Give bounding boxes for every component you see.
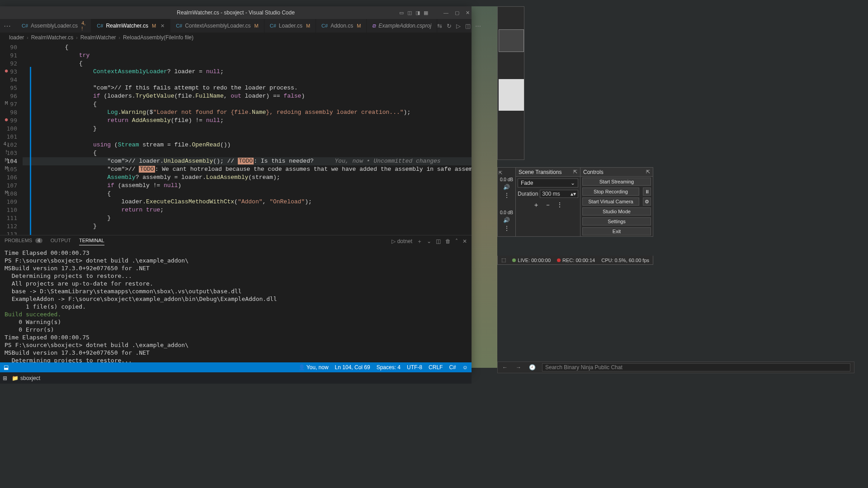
nav-forward-icon[interactable]: → <box>515 364 522 371</box>
more-icon[interactable]: ⋯ <box>475 23 481 29</box>
feedback-icon[interactable]: ☺ <box>462 364 468 371</box>
language-status[interactable]: C# <box>449 364 456 371</box>
breadcrumb-item[interactable]: ReloadAssembly(FileInfo file) <box>123 34 193 41</box>
toggle-secondary-icon[interactable]: ◨ <box>415 10 420 16</box>
tab-realmwatcher[interactable]: C# RealmWatcher.cs M ✕ <box>91 19 170 33</box>
code-editor[interactable]: { try { ContextAssemblyLoader? loader = … <box>23 42 472 235</box>
breadcrumb-item[interactable]: RealmWatcher.cs <box>31 34 74 41</box>
tab-label: ExampleAddon.csproj <box>378 23 431 29</box>
duration-label: Duration <box>518 191 538 197</box>
tab-badge: M <box>357 23 361 28</box>
terminal-shell-label[interactable]: ▷ dotnet <box>392 238 412 244</box>
panel-tab-problems[interactable]: PROBLEMS 4 <box>5 238 42 245</box>
tab-exampleaddon[interactable]: ⧉ ExampleAddon.csproj <box>367 19 437 33</box>
panel-tab-terminal[interactable]: TERMINAL <box>79 238 104 245</box>
chevron-down-icon: ⌄ <box>571 180 575 186</box>
maximize-icon[interactable]: ▢ <box>455 10 459 16</box>
search-placeholder: Search Binary Ninja Public Chat <box>545 364 623 371</box>
breadcrumb-item[interactable]: RealmWatcher <box>80 34 116 41</box>
spinner-icon[interactable]: ▴▾ <box>571 191 576 197</box>
remote-icon[interactable]: ⬓ <box>4 364 9 371</box>
statusbar[interactable]: ⬓ 👤 You, now Ln 104, Col 69 Spaces: 4 UT… <box>0 362 472 372</box>
dock-pop-icon[interactable]: ⇱ <box>646 169 650 175</box>
virtual-camera-settings-button[interactable]: ⚙ <box>643 197 651 206</box>
tab-addon[interactable]: C# Addon.cs M <box>316 19 367 33</box>
taskbar-item-sboxject[interactable]: 📁 sboxject <box>12 375 40 381</box>
diff-gutter <box>30 42 31 235</box>
run-icon[interactable]: ▷ <box>456 23 461 29</box>
glyph-margin: ●M●4, !MMM <box>1 42 12 235</box>
studio-mode-button[interactable]: Studio Mode <box>582 207 651 216</box>
mixer-menu-icon[interactable]: ⋮ <box>504 192 509 198</box>
mixer-db-1: 0.0 dB <box>500 177 513 182</box>
breadcrumb-item[interactable]: loader <box>9 34 24 41</box>
exit-button[interactable]: Exit <box>582 227 651 235</box>
tabbar-overflow-icon[interactable]: ⋯ <box>4 19 11 33</box>
settings-button[interactable]: Settings <box>582 217 651 225</box>
chat-search-input[interactable]: Search Binary Ninja Public Chat <box>542 363 850 371</box>
customize-layout-icon[interactable]: ▦ <box>424 10 428 16</box>
transition-properties-icon[interactable]: ⋮ <box>557 201 563 209</box>
add-transition-icon[interactable]: ＋ <box>533 201 539 209</box>
toggle-sidebar-icon[interactable]: ◫ <box>407 10 412 16</box>
dock-pop-icon[interactable]: ⇱ <box>499 170 502 175</box>
close-icon[interactable]: ✕ <box>466 10 470 16</box>
nav-back-icon[interactable]: ← <box>501 364 509 371</box>
tab-assemblyloader[interactable]: C# AssemblyLoader.cs 4, ! <box>16 19 91 33</box>
tab-contextassemblyloader[interactable]: C# ContextAssemblyLoader.cs M <box>170 19 264 33</box>
titlebar[interactable]: RealmWatcher.cs - sboxject - Visual Stud… <box>0 6 472 19</box>
terminal-dropdown-icon[interactable]: ⌄ <box>427 238 431 244</box>
close-panel-icon[interactable]: ✕ <box>462 238 467 244</box>
split-terminal-icon[interactable]: ◫ <box>436 238 441 244</box>
speaker-icon[interactable]: 🔊 <box>503 217 510 223</box>
chevron-right-icon: › <box>119 35 120 40</box>
blame-status[interactable]: 👤 You, now <box>298 364 329 371</box>
terminal[interactable]: Time Elapsed 00:00:00.73PS F:\source\sbo… <box>0 247 472 362</box>
start-virtual-camera-button[interactable]: Start Virtual Camera <box>582 197 639 206</box>
audio-mixer: ⇱ 0.0 dB 🔊 ⋮ 0.0 dB 🔊 ⋮ <box>498 168 516 236</box>
minimize-icon[interactable]: — <box>443 10 448 15</box>
new-terminal-icon[interactable]: ＋ <box>417 238 422 245</box>
indentation-status[interactable]: Spaces: 4 <box>377 364 401 371</box>
speaker-icon[interactable]: 🔊 <box>503 184 510 190</box>
panel-tabs: PROBLEMS 4 OUTPUT TERMINAL ▷ dotnet ＋ ⌄ … <box>0 235 472 247</box>
kill-terminal-icon[interactable]: 🗑 <box>445 238 451 244</box>
dock-pop-icon[interactable]: ⇱ <box>573 169 577 175</box>
csharp-icon: C# <box>270 23 276 28</box>
scene-transitions-panel: Scene Transitions ⇱ Fade ⌄ Duration 300 … <box>516 168 580 236</box>
eol-status[interactable]: CRLF <box>429 364 443 371</box>
obs-preview-stack <box>497 6 524 160</box>
encoding-status[interactable]: UTF-8 <box>407 364 422 371</box>
maximize-panel-icon[interactable]: ˄ <box>455 238 458 244</box>
editor-tabbar: ⋯ C# AssemblyLoader.cs 4, ! C# RealmWatc… <box>0 19 472 33</box>
breadcrumb[interactable]: loader › RealmWatcher.cs › RealmWatcher … <box>0 33 472 42</box>
tab-loader[interactable]: C# Loader.cs M <box>264 19 316 33</box>
window-controls: — ▢ ✕ <box>443 6 470 19</box>
csproj-icon: ⧉ <box>372 23 376 29</box>
toggle-panel-icon[interactable]: ▭ <box>399 10 404 16</box>
mixer-menu-icon[interactable]: ⋮ <box>504 225 509 231</box>
tab-label: RealmWatcher.cs <box>106 23 148 29</box>
rec-status: REC: 00:00:14 <box>562 258 595 263</box>
history-icon[interactable]: ↻ <box>447 23 452 29</box>
compare-icon[interactable]: ⇆ <box>437 23 442 29</box>
csharp-icon: C# <box>176 23 182 28</box>
stop-recording-button[interactable]: Stop Recording <box>582 188 639 196</box>
panel-tab-output[interactable]: OUTPUT <box>51 238 71 245</box>
history-icon[interactable]: 🕘 <box>528 364 536 371</box>
controls-panel: Controls ⇱ Start Streaming Stop Recordin… <box>580 168 653 236</box>
obs-docks: ⇱ 0.0 dB 🔊 ⋮ 0.0 dB 🔊 ⋮ Scene Transition… <box>497 167 653 237</box>
tab-close-icon[interactable]: ✕ <box>160 23 165 29</box>
windows-taskbar[interactable]: ⊞ 📁 sboxject <box>0 372 472 384</box>
split-icon[interactable]: ◫ <box>465 23 471 29</box>
cpu-status: CPU: 0.5%, 60.00 fps <box>601 258 649 263</box>
pause-recording-button[interactable]: ⏸ <box>643 188 651 196</box>
transition-select[interactable]: Fade ⌄ <box>518 178 578 188</box>
live-status: LIVE: 00:00:00 <box>518 258 551 263</box>
duration-spinner[interactable]: 300 ms ▴▾ <box>540 190 578 198</box>
start-streaming-button[interactable]: Start Streaming <box>582 178 651 186</box>
cursor-position[interactable]: Ln 104, Col 69 <box>335 364 370 371</box>
network-icon: ⬚ <box>501 257 506 263</box>
taskbar-start[interactable]: ⊞ <box>3 375 7 381</box>
remove-transition-icon[interactable]: － <box>545 201 551 209</box>
